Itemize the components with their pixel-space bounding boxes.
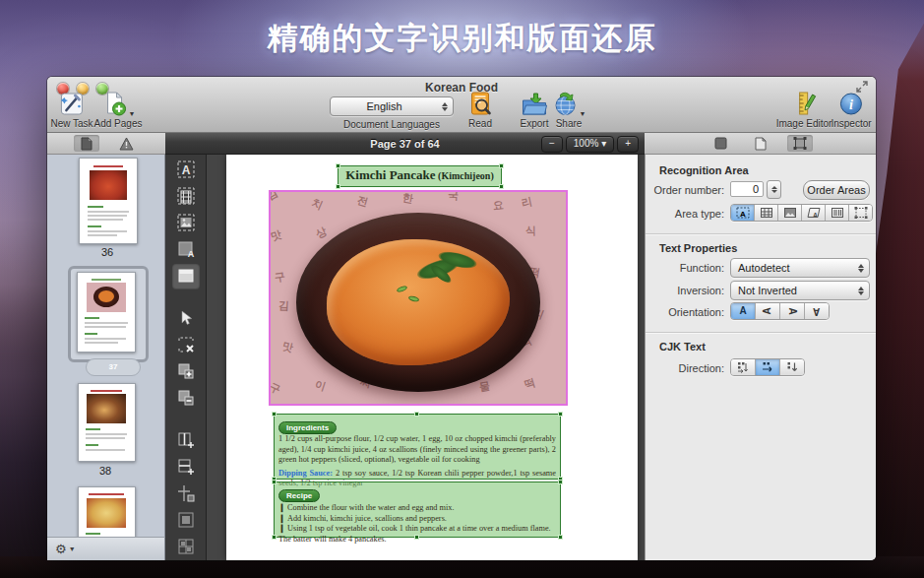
draw-recognition-area-tool[interactable] <box>172 263 200 289</box>
language-select[interactable]: English <box>330 96 454 116</box>
title-text-area[interactable]: Kimchi Pancake (Kimchijeon) <box>338 165 502 187</box>
hangul-pattern-char: 상 <box>313 224 329 241</box>
add-area-part-tool[interactable] <box>172 358 200 384</box>
gear-caret-icon[interactable]: ▼ <box>69 546 76 552</box>
area-type-recognition[interactable] <box>849 205 872 221</box>
direction-label: Direction: <box>649 362 724 374</box>
new-task-icon <box>58 91 85 117</box>
area-type-barcode[interactable] <box>826 205 849 221</box>
inspector-tab-strip <box>645 133 876 155</box>
inversion-label: Inversion: <box>649 285 724 296</box>
orientation-upside-down[interactable]: A <box>805 303 829 319</box>
hangul-pattern-char: 김 <box>269 190 280 204</box>
svg-text:A: A <box>187 249 194 259</box>
select-arrows-icon <box>438 99 451 113</box>
page-properties-icon <box>755 137 767 151</box>
cjk-direction-vertical[interactable] <box>780 359 804 375</box>
select-areas-tool[interactable] <box>172 305 200 331</box>
inspector-icon: i <box>837 91 864 117</box>
document-page: Kimchi Pancake (Kimchijeon) 김치전한국요리맛상밥차림… <box>226 155 638 560</box>
image-editor-button[interactable]: Image Editor <box>776 91 832 129</box>
cjk-direction-auto[interactable] <box>731 359 756 375</box>
export-icon <box>521 91 549 117</box>
app-window: Korean Food New Task <box>47 77 876 560</box>
add-pages-button[interactable]: ▼ Add Pages <box>94 91 143 129</box>
zoom-out-button[interactable]: − <box>541 136 563 153</box>
function-dropdown[interactable]: Autodetect <box>730 258 870 278</box>
area-type-background-picture[interactable]: A <box>802 205 826 221</box>
add-vertical-separator-tool[interactable] <box>172 427 200 453</box>
merge-table-cells-tool[interactable] <box>172 507 200 533</box>
tab-pages[interactable] <box>74 135 99 152</box>
area-properties-icon <box>793 137 807 150</box>
share-button[interactable]: ▼ Share <box>552 91 586 129</box>
zoom-in-button[interactable]: + <box>617 136 639 153</box>
hangul-pattern-char: 구 <box>269 379 283 397</box>
tab-image-properties[interactable] <box>708 135 734 152</box>
zoom-level-button[interactable]: 100% ▾ <box>566 136 614 153</box>
warning-tab-icon <box>119 137 134 151</box>
recipe-title: Kimchi Pancake (Kimchijeon) <box>339 166 501 184</box>
order-areas-button[interactable]: Order Areas <box>803 180 870 200</box>
area-type-picture[interactable] <box>778 205 802 221</box>
language-caption: Document Languages <box>330 119 454 130</box>
hangul-pattern-char: 물 <box>478 378 491 395</box>
hangul-pattern-char: 구 <box>274 269 286 285</box>
inspector-button[interactable]: i Inspector <box>831 91 871 129</box>
thumbnail-page-37[interactable] <box>77 272 136 353</box>
order-number-stepper[interactable] <box>767 180 781 199</box>
sidebar-tab-strip <box>47 133 165 155</box>
thumbnail-page-38[interactable] <box>78 383 136 462</box>
recipe-text-area[interactable]: Recipe ❙Combine the flour with the water… <box>274 482 561 538</box>
inversion-value: Not Inverted <box>731 285 854 296</box>
split-table-cells-tool[interactable] <box>172 534 200 559</box>
function-label: Function: <box>649 262 724 274</box>
read-button[interactable]: Read <box>467 91 494 129</box>
delete-area-tool[interactable] <box>172 332 200 357</box>
remove-separator-tool[interactable] <box>172 481 200 506</box>
draw-picture-area-tool[interactable] <box>172 210 200 235</box>
tab-area-properties[interactable] <box>787 135 813 152</box>
area-type-table[interactable] <box>755 205 778 221</box>
hangul-pattern-char: 떡 <box>523 375 537 393</box>
orientation-rotated-left[interactable]: A <box>756 303 780 319</box>
order-number-label: Order number: <box>649 184 724 196</box>
draw-background-picture-area-tool[interactable]: A <box>172 236 200 262</box>
section-divider <box>646 233 876 234</box>
inversion-dropdown[interactable]: Not Inverted <box>730 281 870 300</box>
thumbnail-page-39[interactable] <box>78 486 136 537</box>
add-horizontal-separator-tool[interactable] <box>172 454 200 480</box>
orientation-normal[interactable]: A <box>731 303 756 319</box>
window-titlebar: Korean Food New Task <box>47 77 876 133</box>
recipe-photo-area[interactable]: 김치전한국요리맛상밥차림정식구이찌개나물떡김치전한국요리맛상밥차림정식구이찌개나… <box>269 190 568 406</box>
hangul-pattern-char: 요 <box>492 198 504 214</box>
new-task-button[interactable]: New Task <box>50 91 92 129</box>
draw-text-area-tool[interactable]: A <box>172 157 200 182</box>
add-pages-caret: ▼ <box>129 110 136 117</box>
tab-warnings[interactable] <box>113 135 139 152</box>
area-type-text[interactable]: A <box>731 205 755 221</box>
hangul-pattern-char: 전 <box>355 193 370 210</box>
gear-icon[interactable]: ⚙ <box>55 543 67 555</box>
thumbnail-number-37: 37 <box>86 358 141 376</box>
order-number-input[interactable]: 0 <box>730 181 764 197</box>
orientation-rotated-right[interactable]: A <box>780 303 805 319</box>
export-button[interactable]: Export <box>521 91 549 129</box>
hangul-pattern-char: 치 <box>310 195 326 213</box>
hangul-pattern-char: 맛 <box>269 227 283 245</box>
tab-page-properties[interactable] <box>748 135 773 152</box>
share-caret: ▼ <box>580 110 586 117</box>
page-navigation-bar: Page 37 of 64 − 100% ▾ + <box>165 133 645 155</box>
section-divider <box>646 332 876 333</box>
draw-table-area-tool[interactable] <box>172 183 200 209</box>
thumbnail-page-36[interactable] <box>79 158 138 244</box>
hangul-pattern-char: 김 <box>278 298 290 314</box>
add-pages-icon <box>101 91 128 117</box>
remove-area-part-tool[interactable] <box>172 385 200 411</box>
area-type-label: Area type: <box>649 208 724 220</box>
wallpaper-water <box>0 286 49 578</box>
text-properties-title: Text Properties <box>659 242 737 254</box>
hangul-pattern-char: 국 <box>448 190 460 203</box>
ingredients-text-area[interactable]: Ingredients 1 1/2 cups all-purpose flour… <box>274 414 561 480</box>
cjk-direction-horizontal[interactable] <box>756 359 780 375</box>
